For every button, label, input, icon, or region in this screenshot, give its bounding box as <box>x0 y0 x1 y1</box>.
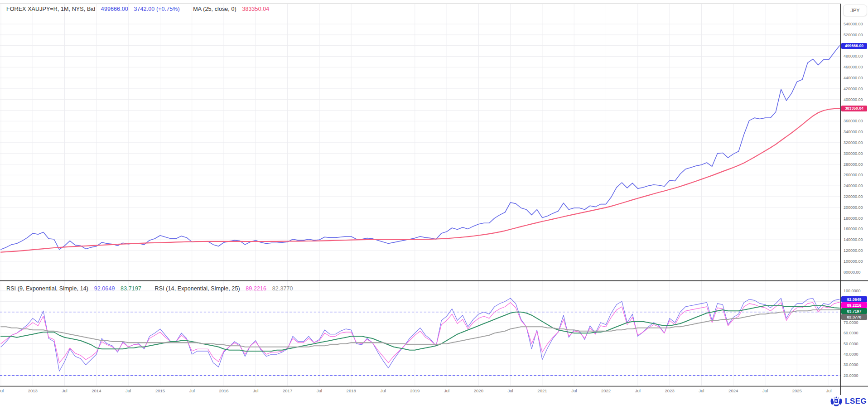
x-axis-tick: 2019 <box>410 388 420 393</box>
axis-price-badge: 383350.04 <box>841 106 867 111</box>
rsi14-ma-value: 82.3770 <box>272 285 293 292</box>
x-axis-tick: 2020 <box>474 388 483 393</box>
price-axis-tick: 120000.00 <box>844 248 863 253</box>
price-axis-tick: 160000.00 <box>844 227 863 231</box>
axis-price-badge: 499666.00 <box>841 43 867 49</box>
x-axis-tick: 2013 <box>28 388 38 393</box>
price-axis-tick: 260000.00 <box>844 173 863 177</box>
x-axis-tick: Jul <box>0 388 4 393</box>
x-axis-tick: Jul <box>253 388 258 393</box>
x-axis-tick: Jul <box>444 388 449 393</box>
x-axis-tick: Jul <box>826 388 831 393</box>
axis-price-badge: 92.0649 <box>841 296 867 302</box>
rsi9-value: 92.0649 <box>94 285 115 292</box>
rsi14-value: 89.2216 <box>246 285 266 292</box>
x-axis-tick: Jul <box>699 388 704 393</box>
rsi9-label: RSI (9, Exponential, Simple, 14) <box>6 285 88 292</box>
x-axis-tick: Jul <box>317 388 322 393</box>
price-change-value: 3742.00 (+0.75%) <box>134 6 179 12</box>
x-axis-tick: 2021 <box>537 388 547 393</box>
rsi-axis-tick: 20.0000 <box>844 373 858 378</box>
x-axis-tick: Jul <box>380 388 386 393</box>
rsi-axis-tick: 100.0000 <box>844 289 861 293</box>
lseg-logo: LSEG <box>830 396 867 407</box>
x-axis-tick: 2014 <box>92 388 101 393</box>
rsi-axis-tick: 50.0000 <box>844 342 858 346</box>
rsi-axis-tick: 40.0000 <box>844 352 858 357</box>
lseg-crest-icon <box>830 396 843 407</box>
chart-window: FOREX XAUJPY=R, 1M, NYS, Bid 499666.00 3… <box>0 0 868 410</box>
price-axis-tick: 280000.00 <box>844 162 863 167</box>
price-axis-tick: 520000.00 <box>844 33 863 37</box>
x-axis-tick: 2017 <box>283 388 292 393</box>
price-axis-tick: 320000.00 <box>844 140 863 145</box>
price-axis-tick: 340000.00 <box>844 130 863 134</box>
lseg-logo-text: LSEG <box>845 397 867 406</box>
x-axis-tick: Jul <box>125 388 131 393</box>
price-axis-tick: 200000.00 <box>844 205 863 210</box>
x-axis-tick: 2023 <box>665 388 675 393</box>
price-axis-tick: 360000.00 <box>844 119 863 123</box>
price-axis-tick: 540000.00 <box>844 22 863 26</box>
axis-price-badge: 89.2216 <box>841 302 867 308</box>
price-axis-tick: 180000.00 <box>844 216 863 221</box>
last-price-value: 499666.00 <box>101 6 128 12</box>
rsi9-ma-value: 83.7197 <box>121 285 141 292</box>
x-axis-tick: Jul <box>762 388 768 393</box>
x-axis-tick: Jul <box>635 388 641 393</box>
x-axis-tick: 2025 <box>792 388 802 393</box>
price-legend: FOREX XAUJPY=R, 1M, NYS, Bid 499666.00 3… <box>6 6 273 12</box>
x-axis-tick: 2016 <box>219 388 228 393</box>
currency-axis-button[interactable]: JPY <box>843 5 867 16</box>
ma-legend-label: MA (25, close, 0) <box>193 6 236 12</box>
instrument-label: FOREX XAUJPY=R, 1M, NYS, Bid <box>6 6 95 12</box>
ma-legend-value: 383350.04 <box>242 6 269 12</box>
price-axis-tick: 140000.00 <box>844 237 863 242</box>
axis-price-badge: 83.7197 <box>841 308 867 314</box>
x-axis-tick: Jul <box>508 388 513 393</box>
rsi-legend: RSI (9, Exponential, Simple, 14) 92.0649… <box>6 285 297 292</box>
rsi14-label: RSI (14, Exponential, Simple, 25) <box>155 285 240 292</box>
chart-canvas[interactable] <box>0 0 868 410</box>
x-axis-tick: Jul <box>571 388 577 393</box>
x-axis-tick: 2022 <box>601 388 611 393</box>
price-axis-tick: 240000.00 <box>844 183 863 188</box>
x-axis-tick: 2018 <box>347 388 356 393</box>
price-axis-tick: 400000.00 <box>844 97 863 102</box>
price-axis-tick: 420000.00 <box>844 87 863 91</box>
x-axis-tick: 2024 <box>728 388 738 393</box>
rsi-axis-tick: 60.0000 <box>844 331 858 335</box>
rsi-axis-tick: 30.0000 <box>844 362 858 367</box>
price-axis-tick: 440000.00 <box>844 76 863 80</box>
price-axis-tick: 300000.00 <box>844 151 863 156</box>
price-axis-tick: 220000.00 <box>844 194 863 199</box>
price-axis-tick: 100000.00 <box>844 259 863 264</box>
x-axis-tick: Jul <box>189 388 195 393</box>
rsi-axis-tick: 70.0000 <box>844 320 858 325</box>
price-axis-tick: 80000.00 <box>844 270 861 275</box>
x-axis-tick: 2015 <box>155 388 165 393</box>
price-axis-tick: 480000.00 <box>844 54 863 58</box>
price-axis-tick: 460000.00 <box>844 65 863 69</box>
axis-price-badge: 82.3770 <box>841 314 867 320</box>
x-axis-tick: Jul <box>62 388 68 393</box>
